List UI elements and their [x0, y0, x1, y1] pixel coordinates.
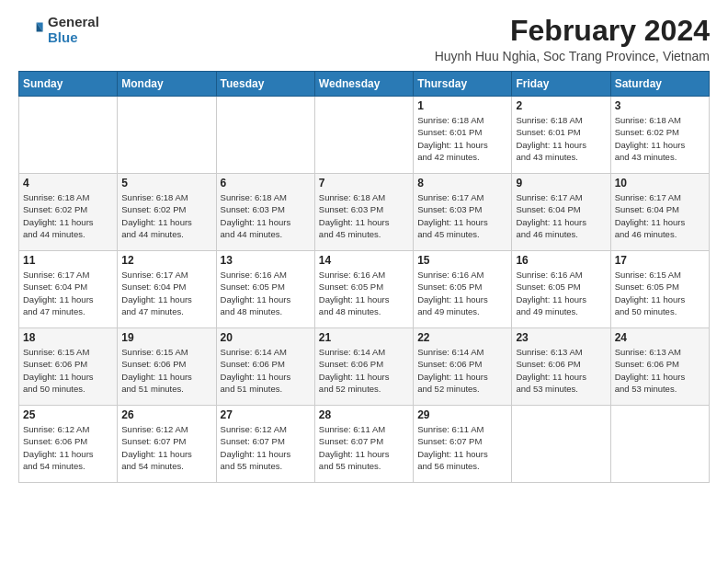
day-info: Sunrise: 6:18 AM Sunset: 6:01 PM Dayligh…	[516, 114, 606, 163]
weekday-header-wednesday: Wednesday	[314, 72, 413, 97]
day-number: 14	[319, 254, 409, 267]
calendar-cell: 28Sunrise: 6:11 AM Sunset: 6:07 PM Dayli…	[314, 406, 413, 483]
logo-text: General Blue	[48, 15, 99, 45]
weekday-header-tuesday: Tuesday	[216, 72, 314, 97]
day-number: 1	[417, 99, 507, 112]
calendar-cell: 9Sunrise: 6:17 AM Sunset: 6:04 PM Daylig…	[512, 174, 610, 251]
day-number: 15	[417, 254, 507, 267]
day-number: 20	[221, 331, 311, 344]
calendar-title: February 2024	[435, 15, 710, 47]
title-block: February 2024 Huynh Huu Nghia, Soc Trang…	[435, 15, 710, 63]
day-number: 13	[221, 254, 311, 267]
weekday-header-monday: Monday	[118, 72, 216, 97]
calendar-table: SundayMondayTuesdayWednesdayThursdayFrid…	[18, 71, 710, 483]
logo: General Blue	[18, 15, 99, 45]
calendar-cell: 8Sunrise: 6:17 AM Sunset: 6:03 PM Daylig…	[414, 174, 512, 251]
day-number: 8	[417, 177, 507, 190]
day-info: Sunrise: 6:16 AM Sunset: 6:05 PM Dayligh…	[319, 269, 409, 317]
calendar-cell: 2Sunrise: 6:18 AM Sunset: 6:01 PM Daylig…	[512, 97, 610, 174]
day-number: 25	[23, 408, 113, 421]
day-number: 24	[615, 331, 705, 344]
day-info: Sunrise: 6:11 AM Sunset: 6:07 PM Dayligh…	[417, 423, 507, 472]
calendar-week-row: 4Sunrise: 6:18 AM Sunset: 6:02 PM Daylig…	[19, 174, 710, 251]
logo-blue: Blue	[48, 30, 99, 46]
calendar-cell: 23Sunrise: 6:13 AM Sunset: 6:06 PM Dayli…	[512, 328, 610, 406]
calendar-cell: 29Sunrise: 6:11 AM Sunset: 6:07 PM Dayli…	[414, 406, 512, 483]
calendar-cell: 10Sunrise: 6:17 AM Sunset: 6:04 PM Dayli…	[610, 174, 709, 251]
day-number: 7	[319, 177, 409, 190]
day-number: 6	[221, 177, 311, 190]
calendar-cell: 27Sunrise: 6:12 AM Sunset: 6:07 PM Dayli…	[216, 406, 314, 483]
calendar-cell: 14Sunrise: 6:16 AM Sunset: 6:05 PM Dayli…	[314, 251, 413, 328]
day-info: Sunrise: 6:18 AM Sunset: 6:03 PM Dayligh…	[221, 191, 311, 240]
page-header: General Blue February 2024 Huynh Huu Ngh…	[18, 15, 710, 63]
weekday-header-sunday: Sunday	[19, 72, 118, 97]
calendar-cell: 1Sunrise: 6:18 AM Sunset: 6:01 PM Daylig…	[414, 97, 512, 174]
calendar-cell: 4Sunrise: 6:18 AM Sunset: 6:02 PM Daylig…	[19, 174, 118, 251]
calendar-cell: 16Sunrise: 6:16 AM Sunset: 6:05 PM Dayli…	[512, 251, 610, 328]
day-number: 12	[121, 254, 211, 267]
day-info: Sunrise: 6:16 AM Sunset: 6:05 PM Dayligh…	[221, 269, 311, 317]
day-number: 26	[121, 408, 211, 421]
calendar-cell: 19Sunrise: 6:15 AM Sunset: 6:06 PM Dayli…	[118, 328, 216, 406]
calendar-week-row: 25Sunrise: 6:12 AM Sunset: 6:06 PM Dayli…	[19, 406, 710, 483]
calendar-cell: 25Sunrise: 6:12 AM Sunset: 6:06 PM Dayli…	[19, 406, 118, 483]
day-number: 9	[516, 177, 606, 190]
day-number: 5	[121, 177, 211, 190]
calendar-cell: 15Sunrise: 6:16 AM Sunset: 6:05 PM Dayli…	[414, 251, 512, 328]
calendar-subtitle: Huynh Huu Nghia, Soc Trang Province, Vie…	[435, 49, 710, 63]
calendar-cell: 20Sunrise: 6:14 AM Sunset: 6:06 PM Dayli…	[216, 328, 314, 406]
calendar-week-row: 18Sunrise: 6:15 AM Sunset: 6:06 PM Dayli…	[19, 328, 710, 406]
day-info: Sunrise: 6:14 AM Sunset: 6:06 PM Dayligh…	[319, 346, 409, 395]
logo-icon	[18, 17, 44, 43]
day-number: 10	[615, 177, 705, 190]
calendar-cell: 17Sunrise: 6:15 AM Sunset: 6:05 PM Dayli…	[610, 251, 709, 328]
day-info: Sunrise: 6:17 AM Sunset: 6:04 PM Dayligh…	[121, 269, 211, 317]
calendar-cell: 12Sunrise: 6:17 AM Sunset: 6:04 PM Dayli…	[118, 251, 216, 328]
day-info: Sunrise: 6:13 AM Sunset: 6:06 PM Dayligh…	[516, 346, 606, 395]
calendar-cell: 22Sunrise: 6:14 AM Sunset: 6:06 PM Dayli…	[414, 328, 512, 406]
calendar-cell	[512, 406, 610, 483]
day-info: Sunrise: 6:12 AM Sunset: 6:07 PM Dayligh…	[121, 423, 211, 472]
day-number: 21	[319, 331, 409, 344]
day-number: 16	[516, 254, 606, 267]
day-info: Sunrise: 6:12 AM Sunset: 6:07 PM Dayligh…	[221, 423, 311, 472]
day-info: Sunrise: 6:18 AM Sunset: 6:02 PM Dayligh…	[615, 114, 705, 163]
calendar-cell: 24Sunrise: 6:13 AM Sunset: 6:06 PM Dayli…	[610, 328, 709, 406]
day-info: Sunrise: 6:13 AM Sunset: 6:06 PM Dayligh…	[615, 346, 705, 395]
weekday-header-saturday: Saturday	[610, 72, 709, 97]
calendar-cell: 26Sunrise: 6:12 AM Sunset: 6:07 PM Dayli…	[118, 406, 216, 483]
calendar-cell: 11Sunrise: 6:17 AM Sunset: 6:04 PM Dayli…	[19, 251, 118, 328]
calendar-cell	[216, 97, 314, 174]
calendar-week-row: 11Sunrise: 6:17 AM Sunset: 6:04 PM Dayli…	[19, 251, 710, 328]
day-info: Sunrise: 6:17 AM Sunset: 6:04 PM Dayligh…	[516, 191, 606, 240]
weekday-header-friday: Friday	[512, 72, 610, 97]
day-number: 29	[417, 408, 507, 421]
calendar-cell	[314, 97, 413, 174]
day-info: Sunrise: 6:17 AM Sunset: 6:04 PM Dayligh…	[23, 269, 113, 317]
day-info: Sunrise: 6:18 AM Sunset: 6:02 PM Dayligh…	[23, 191, 113, 240]
calendar-cell: 3Sunrise: 6:18 AM Sunset: 6:02 PM Daylig…	[610, 97, 709, 174]
calendar-cell: 13Sunrise: 6:16 AM Sunset: 6:05 PM Dayli…	[216, 251, 314, 328]
calendar-cell: 6Sunrise: 6:18 AM Sunset: 6:03 PM Daylig…	[216, 174, 314, 251]
day-info: Sunrise: 6:16 AM Sunset: 6:05 PM Dayligh…	[417, 269, 507, 317]
calendar-cell	[610, 406, 709, 483]
day-number: 19	[121, 331, 211, 344]
calendar-cell: 7Sunrise: 6:18 AM Sunset: 6:03 PM Daylig…	[314, 174, 413, 251]
day-info: Sunrise: 6:15 AM Sunset: 6:06 PM Dayligh…	[23, 346, 113, 395]
day-info: Sunrise: 6:17 AM Sunset: 6:03 PM Dayligh…	[417, 191, 507, 240]
day-number: 22	[417, 331, 507, 344]
logo-general: General	[48, 15, 99, 30]
day-info: Sunrise: 6:17 AM Sunset: 6:04 PM Dayligh…	[615, 191, 705, 240]
day-number: 4	[23, 177, 113, 190]
day-number: 23	[516, 331, 606, 344]
day-info: Sunrise: 6:12 AM Sunset: 6:06 PM Dayligh…	[23, 423, 113, 472]
day-number: 27	[221, 408, 311, 421]
calendar-cell: 18Sunrise: 6:15 AM Sunset: 6:06 PM Dayli…	[19, 328, 118, 406]
day-number: 2	[516, 99, 606, 112]
calendar-cell: 21Sunrise: 6:14 AM Sunset: 6:06 PM Dayli…	[314, 328, 413, 406]
day-number: 28	[319, 408, 409, 421]
calendar-cell	[19, 97, 118, 174]
day-info: Sunrise: 6:15 AM Sunset: 6:06 PM Dayligh…	[121, 346, 211, 395]
day-info: Sunrise: 6:18 AM Sunset: 6:02 PM Dayligh…	[121, 191, 211, 240]
